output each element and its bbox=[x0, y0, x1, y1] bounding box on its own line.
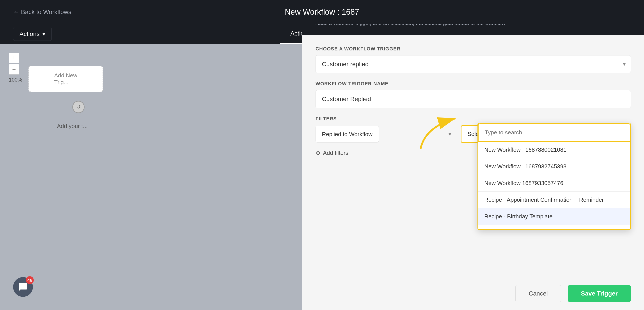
trigger-name-input[interactable] bbox=[316, 90, 631, 108]
right-panel: Workflow Trigger Adds a workflow trigger… bbox=[302, 0, 644, 310]
page-title: New Workflow : 1687 bbox=[285, 8, 359, 17]
dropdown-item-recipe1[interactable]: Recipe - Appointment Confirmation + Remi… bbox=[478, 192, 630, 208]
chat-icon[interactable]: 46 bbox=[13, 277, 33, 297]
trigger-section-label: CHOOSE A WORKFLOW TRIGGER bbox=[316, 46, 631, 52]
trigger-select[interactable]: Customer replied bbox=[316, 55, 631, 73]
dropdown-search-input[interactable] bbox=[478, 123, 630, 142]
actions-button[interactable]: Actions ▾ bbox=[13, 27, 52, 41]
trigger-select-wrapper: Customer replied ▾ bbox=[316, 55, 631, 73]
zoom-controls: + − 100% bbox=[9, 53, 22, 83]
filters-label: FILTERS bbox=[316, 116, 631, 122]
dropdown-item-recipe2[interactable]: Recipe - Birthday Template bbox=[478, 208, 630, 225]
add-trigger-text: Add NewTrig... bbox=[54, 72, 77, 86]
filter-type-arrow: ▾ bbox=[448, 131, 451, 137]
dropdown-item-wf1[interactable]: New Workflow : 1687880021081 bbox=[478, 142, 630, 158]
dropdown-list: New Workflow : 1687880021081 New Workflo… bbox=[478, 142, 630, 229]
back-link[interactable]: ← Back to Workflows bbox=[13, 9, 72, 16]
dropdown-item-wf2[interactable]: New Workflow : 1687932745398 bbox=[478, 158, 630, 175]
filter-type-wrapper: Replied to Workflow ▾ bbox=[316, 126, 456, 143]
zoom-out-button[interactable]: − bbox=[9, 64, 19, 75]
add-action-text: Add your t... bbox=[57, 123, 88, 130]
add-filters-label: Add filters bbox=[323, 150, 348, 156]
zoom-in-button[interactable]: + bbox=[9, 53, 19, 63]
filter-type-select[interactable]: Replied to Workflow bbox=[316, 126, 379, 143]
zoom-level: 100% bbox=[9, 77, 22, 83]
workflow-dropdown-popup: New Workflow : 1687880021081 New Workflo… bbox=[478, 123, 631, 230]
chat-badge: 46 bbox=[26, 276, 34, 284]
top-bar: ← Back to Workflows New Workflow : 1687 bbox=[0, 0, 644, 24]
trigger-name-label: WORKFLOW TRIGGER NAME bbox=[316, 81, 631, 87]
chat-svg-icon bbox=[18, 282, 28, 292]
add-trigger-box[interactable]: Add NewTrig... bbox=[28, 66, 103, 92]
add-filters-icon: ⊕ bbox=[316, 150, 320, 156]
add-filters-button[interactable]: ⊕ Add filters bbox=[316, 147, 348, 159]
dropdown-item-recipe3[interactable]: Recipe - Birthday Template bbox=[478, 225, 630, 229]
cancel-button[interactable]: Cancel bbox=[516, 285, 561, 302]
dropdown-item-wf3[interactable]: New Workflow 1687933057476 bbox=[478, 175, 630, 192]
save-trigger-button[interactable]: Save Trigger bbox=[568, 285, 631, 302]
panel-footer: Cancel Save Trigger bbox=[302, 277, 644, 310]
canvas-circle-icon: ↺ bbox=[72, 101, 84, 113]
